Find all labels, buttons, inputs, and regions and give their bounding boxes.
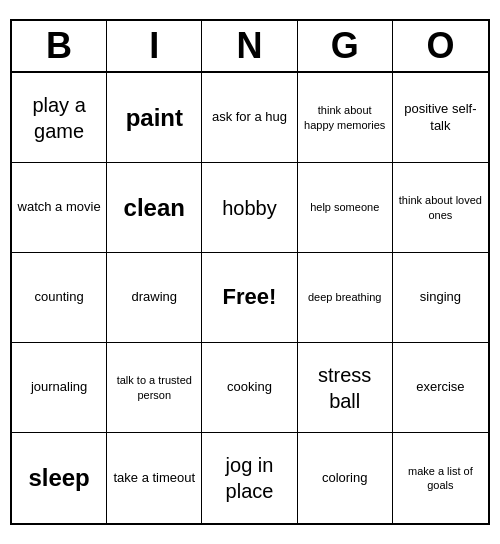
bingo-cell: Free! bbox=[202, 253, 297, 343]
bingo-cell: journaling bbox=[12, 343, 107, 433]
bingo-cell: counting bbox=[12, 253, 107, 343]
bingo-cell: clean bbox=[107, 163, 202, 253]
bingo-header: BINGO bbox=[12, 21, 488, 73]
bingo-card: BINGO play a gamepaintask for a hugthink… bbox=[10, 19, 490, 525]
bingo-cell: hobby bbox=[202, 163, 297, 253]
bingo-cell: watch a movie bbox=[12, 163, 107, 253]
bingo-grid: play a gamepaintask for a hugthink about… bbox=[12, 73, 488, 523]
bingo-cell: help someone bbox=[298, 163, 393, 253]
bingo-cell: play a game bbox=[12, 73, 107, 163]
header-letter: N bbox=[202, 21, 297, 71]
bingo-cell: singing bbox=[393, 253, 488, 343]
bingo-cell: sleep bbox=[12, 433, 107, 523]
header-letter: I bbox=[107, 21, 202, 71]
bingo-cell: ask for a hug bbox=[202, 73, 297, 163]
bingo-cell: jog in place bbox=[202, 433, 297, 523]
bingo-cell: think about loved ones bbox=[393, 163, 488, 253]
bingo-cell: coloring bbox=[298, 433, 393, 523]
bingo-cell: think about happy memories bbox=[298, 73, 393, 163]
bingo-cell: exercise bbox=[393, 343, 488, 433]
header-letter: G bbox=[298, 21, 393, 71]
bingo-cell: positive self-talk bbox=[393, 73, 488, 163]
bingo-cell: drawing bbox=[107, 253, 202, 343]
bingo-cell: talk to a trusted person bbox=[107, 343, 202, 433]
bingo-cell: cooking bbox=[202, 343, 297, 433]
bingo-cell: take a timeout bbox=[107, 433, 202, 523]
bingo-cell: deep breathing bbox=[298, 253, 393, 343]
header-letter: O bbox=[393, 21, 488, 71]
bingo-cell: paint bbox=[107, 73, 202, 163]
bingo-cell: stress ball bbox=[298, 343, 393, 433]
bingo-cell: make a list of goals bbox=[393, 433, 488, 523]
header-letter: B bbox=[12, 21, 107, 71]
